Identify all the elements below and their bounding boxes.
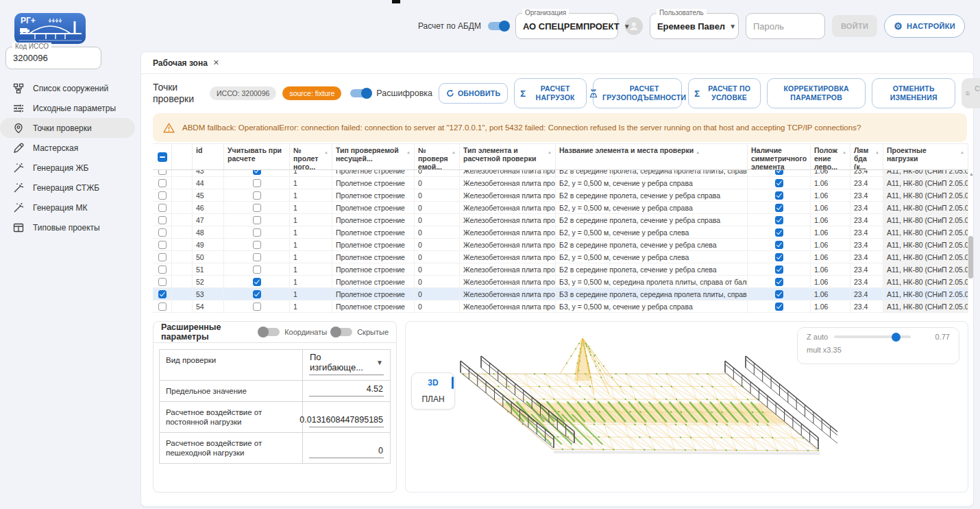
table-row[interactable]: 431Пролетное строение0Железобетонная пли… [153,170,968,177]
sort-icon[interactable]: ▲ [842,146,846,156]
symmetric-checkbox[interactable] [775,204,783,212]
table-row[interactable]: 481Пролетное строение0Железобетонная пли… [153,226,968,239]
calc-capacity-button[interactable]: РАСЧЕТ ГРУЗОПОДЪЕМНОСТИ [593,78,682,108]
sort-icon[interactable]: ▲ [960,146,964,156]
calc-loads-button[interactable]: ΣРАСЧЕТ НАГРУЗОК [514,78,587,108]
param-value-input[interactable]: 0.0131608447895185 [309,413,384,427]
column-header-label[interactable]: Тип элемента и расчетной проверки [463,146,546,163]
sidebar-item[interactable]: Генерация МК [0,198,135,217]
consider-checkbox[interactable] [253,216,261,224]
symmetric-checkbox[interactable] [775,170,783,175]
row-select-checkbox[interactable] [158,241,167,249]
symmetric-checkbox[interactable] [775,191,783,200]
row-select-checkbox[interactable] [158,265,167,274]
symmetric-checkbox[interactable] [775,216,783,224]
decrypt-toggle[interactable] [350,89,371,97]
column-header-label[interactable]: Тип проверяемой несущей... [336,146,404,163]
column-header-label[interactable]: № пролет ного... [293,146,322,169]
row-select-checkbox[interactable] [158,278,167,286]
hidden-toggle[interactable] [332,328,352,336]
model-viewer[interactable]: 3D ПЛАН Z auto 0.77 mult x3.35 [405,321,968,493]
undo-changes-button[interactable]: ОТМЕНИТЬ ИЗМЕНЕНИЯ [872,78,955,108]
column-header-label[interactable]: Наличие симметричного элемента [751,146,807,169]
symmetric-checkbox[interactable] [775,179,783,187]
user-select[interactable]: Пользователь Еремеев Павел ▼ [650,13,739,39]
table-row[interactable]: 511Пролетное строение0Железобетонная пли… [153,263,968,276]
consider-checkbox[interactable] [253,253,261,261]
sort-icon[interactable]: ▲ [324,146,328,156]
row-select-checkbox[interactable] [158,290,167,298]
abdm-toggle[interactable] [488,22,509,30]
sort-icon[interactable]: ▲ [875,146,879,156]
password-input[interactable] [746,13,825,39]
sort-icon[interactable]: ▲ [452,146,456,156]
symmetric-checkbox[interactable] [775,290,783,298]
isso-code-field[interactable]: Код ИССО 3200096 [5,47,101,69]
symmetric-checkbox[interactable] [775,228,783,237]
sidebar-item[interactable]: Типовые проекты [0,217,135,237]
consider-checkbox[interactable] [253,170,261,175]
table-row[interactable]: 541Пролетное строение0Железобетонная пли… [153,300,968,313]
tab-workzone[interactable]: Рабочая зона ✕ [153,58,219,68]
table-row[interactable]: 461Пролетное строение0Железобетонная пли… [153,202,968,214]
column-header-label[interactable]: Проектные нагрузки [887,146,958,163]
column-header-label[interactable]: Полож ение лево... [814,146,840,169]
consider-checkbox[interactable] [253,278,261,286]
save-button[interactable]: СОХРАНИТЬ(0) [961,78,980,108]
symmetric-checkbox[interactable] [775,278,783,286]
table-row[interactable]: 441Пролетное строение0Железобетонная пли… [153,177,968,189]
coordinates-toggle[interactable] [259,328,280,336]
z-scale-slider[interactable] [834,335,911,338]
row-select-checkbox[interactable] [158,253,167,261]
column-header-label[interactable]: Лям бда (к... [854,146,873,169]
sidebar-item[interactable]: Генерация ЖБ [0,158,135,178]
symmetric-checkbox[interactable] [775,265,783,274]
select-all-checkbox[interactable] [158,152,167,162]
row-select-checkbox[interactable] [158,170,167,175]
symmetric-checkbox[interactable] [775,241,783,249]
table-row[interactable]: 451Пролетное строение0Железобетонная пли… [153,189,968,202]
row-select-checkbox[interactable] [158,228,167,237]
param-select[interactable]: По изгибающе...▼ [309,350,384,375]
view-mode-plan[interactable]: ПЛАН [412,391,454,407]
row-select-checkbox[interactable] [158,179,167,187]
refresh-button[interactable]: ОБНОВИТЬ [439,83,508,104]
param-value-input[interactable]: 4.52 [309,382,384,396]
consider-checkbox[interactable] [253,290,261,298]
table-row[interactable]: 471Пролетное строение0Железобетонная пли… [153,214,968,226]
sidebar-item[interactable]: Точки проверки [0,118,135,138]
consider-checkbox[interactable] [253,265,261,274]
organization-select[interactable]: Организация АО СПЕЦРЕМПРОЕКТ ▼ [515,13,618,39]
column-header-label[interactable]: Учитывать при расчете [228,146,286,163]
symmetric-checkbox[interactable] [775,253,783,261]
sidebar-item[interactable]: Список сооружений [0,78,135,98]
consider-checkbox[interactable] [253,228,261,237]
sidebar-item[interactable]: Исходные параметры [0,98,135,118]
sidebar-item[interactable]: Генерация СТЖБ [0,178,135,198]
row-select-checkbox[interactable] [158,191,167,200]
column-header-label[interactable]: Название элемента и места проверки [559,146,694,154]
table-row[interactable]: 531Пролетное строение0Железобетонная пли… [153,288,968,300]
symmetric-checkbox[interactable] [775,303,783,311]
close-icon[interactable]: ✕ [213,58,219,67]
login-button[interactable]: ВОЙТИ [832,15,877,37]
table-row[interactable]: 491Пролетное строение0Железобетонная пли… [153,239,968,251]
column-header-label[interactable]: id [196,146,202,154]
consider-checkbox[interactable] [253,303,261,311]
table-row[interactable]: 501Пролетное строение0Железобетонная пли… [153,251,968,263]
sort-icon[interactable]: ▲ [548,146,552,156]
column-header-label[interactable]: № проверя емой... [418,146,450,169]
table-row[interactable]: 521Пролетное строение0Железобетонная пли… [153,276,968,288]
view-mode-3d[interactable]: 3D [412,375,454,391]
table-scrollbar-thumb[interactable] [968,236,973,279]
consider-checkbox[interactable] [253,204,261,212]
scrollbar-up-icon[interactable]: ▲ [969,171,974,176]
row-select-checkbox[interactable] [158,303,167,311]
consider-checkbox[interactable] [253,179,261,187]
consider-checkbox[interactable] [253,191,261,200]
settings-button[interactable]: ⚙ НАСТРОЙКИ [884,14,965,38]
sidebar-item[interactable]: Мастерская [0,138,135,158]
sort-icon[interactable]: ▲ [406,146,411,156]
param-value-input[interactable]: 0 [309,444,384,458]
calc-condition-button[interactable]: ΣРАСЧЕТ ПО УСЛОВКЕ [688,78,761,108]
